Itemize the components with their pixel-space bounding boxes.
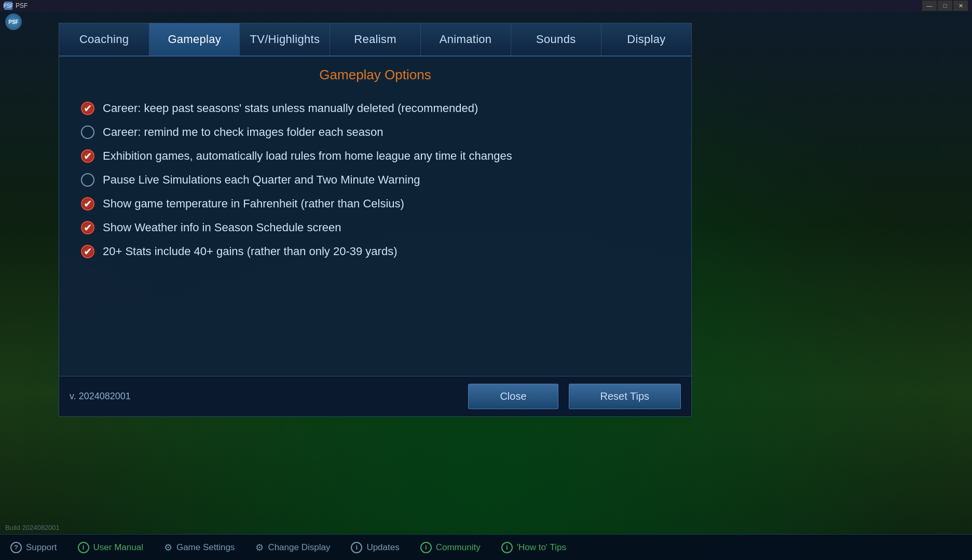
community-label: Community — [436, 542, 481, 553]
option-text-1: Career: keep past seasons' stats unless … — [103, 102, 478, 115]
radio-5[interactable]: ✔ — [81, 197, 94, 211]
taskbar: ? Support i User Manual ⚙ Game Settings … — [0, 534, 972, 560]
option-2[interactable]: Career: remind me to check images folder… — [75, 121, 676, 143]
minimize-button[interactable]: — — [922, 1, 937, 11]
radio-4[interactable] — [81, 173, 94, 187]
how-to-tips-label: 'How to' Tips — [517, 542, 566, 553]
taskbar-game-settings[interactable]: ⚙ Game Settings — [164, 542, 235, 553]
maximize-button[interactable]: □ — [938, 1, 952, 11]
option-text-2: Career: remind me to check images folder… — [103, 125, 383, 139]
reset-tips-button[interactable]: Reset Tips — [569, 384, 681, 409]
tab-bar: Coaching Gameplay TV/Highlights Realism … — [59, 23, 691, 57]
option-3[interactable]: ✔ Exhibition games, automatically load r… — [75, 145, 676, 167]
option-text-7: 20+ Stats include 40+ gains (rather than… — [103, 245, 397, 258]
support-icon: ? — [10, 542, 22, 553]
user-manual-label: User Manual — [93, 542, 143, 553]
app-icon: PSF — [4, 2, 12, 10]
check-mark-3: ✔ — [84, 150, 92, 162]
option-4[interactable]: Pause Live Simulations each Quarter and … — [75, 169, 676, 191]
close-button[interactable]: Close — [468, 384, 558, 409]
check-mark-5: ✔ — [84, 198, 92, 210]
options-list: ✔ Career: keep past seasons' stats unles… — [75, 97, 676, 262]
title-bar: PSF PSF — □ ✕ — [0, 0, 972, 11]
game-settings-label: Game Settings — [176, 542, 235, 553]
radio-6[interactable]: ✔ — [81, 221, 94, 234]
radio-1[interactable]: ✔ — [81, 102, 94, 115]
tab-animation[interactable]: Animation — [421, 23, 511, 55]
taskbar-how-to-tips[interactable]: i 'How to' Tips — [501, 542, 566, 553]
title-bar-text: PSF — [16, 2, 922, 9]
tab-realism[interactable]: Realism — [330, 23, 420, 55]
tab-sounds[interactable]: Sounds — [511, 23, 601, 55]
taskbar-updates[interactable]: i Updates — [351, 542, 399, 553]
option-6[interactable]: ✔ Show Weather info in Season Schedule s… — [75, 217, 676, 239]
tab-coaching[interactable]: Coaching — [59, 23, 149, 55]
tab-display[interactable]: Display — [601, 23, 691, 55]
community-icon: i — [420, 542, 432, 553]
option-text-4: Pause Live Simulations each Quarter and … — [103, 173, 420, 187]
how-to-tips-icon: i — [501, 542, 513, 553]
tab-gameplay[interactable]: Gameplay — [149, 23, 240, 55]
radio-3[interactable]: ✔ — [81, 149, 94, 163]
taskbar-community[interactable]: i Community — [420, 542, 481, 553]
main-dialog: Coaching Gameplay TV/Highlights Realism … — [59, 23, 692, 417]
option-text-6: Show Weather info in Season Schedule scr… — [103, 221, 341, 234]
close-window-button[interactable]: ✕ — [953, 1, 968, 11]
check-mark-7: ✔ — [84, 245, 92, 258]
option-5[interactable]: ✔ Show game temperature in Fahrenheit (r… — [75, 193, 676, 215]
taskbar-user-manual[interactable]: i User Manual — [78, 542, 143, 553]
change-display-gear-icon: ⚙ — [255, 542, 264, 553]
content-area: Gameplay Options ✔ Career: keep past sea… — [59, 57, 691, 376]
check-mark-1: ✔ — [84, 102, 92, 115]
radio-2[interactable] — [81, 125, 94, 139]
taskbar-change-display[interactable]: ⚙ Change Display — [255, 542, 330, 553]
game-settings-gear-icon: ⚙ — [164, 542, 172, 553]
psf-logo: PSF — [5, 13, 22, 30]
updates-label: Updates — [366, 542, 399, 553]
check-mark-6: ✔ — [84, 221, 92, 234]
tab-tv-highlights[interactable]: TV/Highlights — [240, 23, 330, 55]
option-1[interactable]: ✔ Career: keep past seasons' stats unles… — [75, 97, 676, 119]
build-text: Build 2024082001 — [5, 524, 60, 531]
option-text-5: Show game temperature in Fahrenheit (rat… — [103, 197, 404, 211]
taskbar-support[interactable]: ? Support — [10, 542, 57, 553]
user-manual-icon: i — [78, 542, 89, 553]
bottom-bar: v. 2024082001 Close Reset Tips — [59, 376, 691, 416]
option-7[interactable]: ✔ 20+ Stats include 40+ gains (rather th… — [75, 241, 676, 262]
support-label: Support — [26, 542, 57, 553]
version-text: v. 2024082001 — [70, 391, 458, 402]
updates-icon: i — [351, 542, 362, 553]
change-display-label: Change Display — [268, 542, 330, 553]
radio-7[interactable]: ✔ — [81, 245, 94, 258]
option-text-3: Exhibition games, automatically load rul… — [103, 149, 512, 163]
section-title: Gameplay Options — [75, 67, 676, 83]
window-controls: — □ ✕ — [922, 1, 968, 11]
